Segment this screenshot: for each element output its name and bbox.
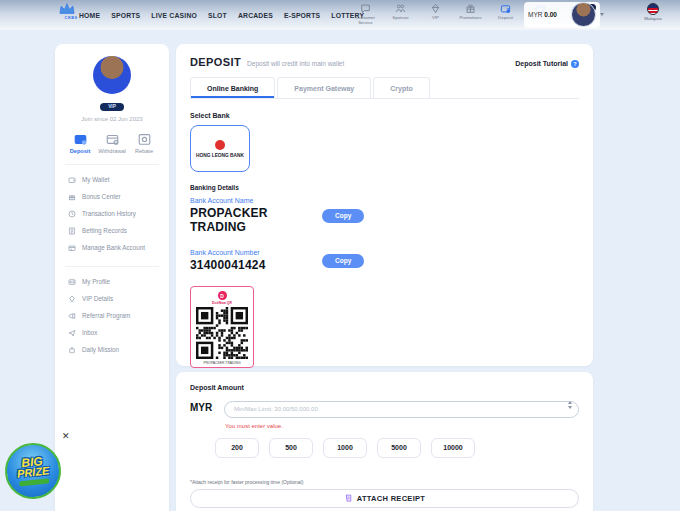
select-bank-label: Select Bank: [190, 112, 579, 119]
quick-amount-200[interactable]: 200: [215, 438, 259, 458]
diamond-icon: [68, 295, 76, 303]
deposit-card: DEPOSIT Deposit will credit into main wa…: [176, 44, 593, 366]
sidebar-action-deposit[interactable]: Deposit: [64, 132, 96, 154]
info-icon: ?: [571, 60, 579, 68]
account-number-label: Bank Account Number: [190, 249, 322, 256]
copy-account-name-button[interactable]: Copy: [322, 209, 364, 223]
qr-caption: PROPACKER TRADING: [203, 361, 240, 365]
nav-home[interactable]: HOME: [79, 12, 100, 19]
quick-amount-1000[interactable]: 1000: [323, 438, 367, 458]
quick-amount-5000[interactable]: 5000: [377, 438, 421, 458]
nav-esports[interactable]: E-SPORTS: [284, 12, 320, 19]
sidebar-item-inbox[interactable]: Inbox: [55, 324, 169, 341]
sponsor-button[interactable]: Sponsor: [387, 3, 414, 25]
deposit-amount-label: Deposit Amount: [190, 384, 579, 391]
step-up-icon: [568, 401, 572, 404]
sidebar-action-withdrawal[interactable]: Withdrawal: [96, 132, 128, 154]
bank-name: HONG LEONG BANK: [196, 153, 244, 158]
deposit-tabs: Online Banking Payment Gateway Crypto: [190, 77, 579, 99]
account-name-label: Bank Account Name: [190, 197, 322, 204]
quick-amount-500[interactable]: 500: [269, 438, 313, 458]
currency-label: MYR: [190, 402, 216, 413]
crown-icon: [58, 2, 76, 15]
sidebar-item-betting-records[interactable]: Betting Records: [55, 222, 169, 239]
gift-icon: [465, 3, 476, 14]
join-date: Join since 02 Jun 2023: [55, 116, 169, 122]
qr-code: [196, 307, 248, 359]
divider: [65, 266, 159, 267]
sidebar-item-transaction-history[interactable]: Transaction History: [55, 205, 169, 222]
diamond-icon: [430, 3, 441, 14]
tab-payment-gateway[interactable]: Payment Gateway: [277, 77, 371, 98]
paper-plane-icon: [68, 329, 76, 337]
wallet-icon: [68, 176, 76, 184]
sidebar-item-my-profile[interactable]: My Profile: [55, 273, 169, 290]
vip-badge-profile: VIP: [100, 103, 124, 111]
bank-logo-icon: [215, 140, 225, 150]
step-down-icon: [568, 406, 572, 409]
promo-ribbon: [19, 479, 49, 487]
card-edit-icon: [68, 244, 76, 252]
promotions-button[interactable]: Promotions: [457, 3, 484, 25]
account-number-row: Bank Account Number 31400041424 Copy: [190, 249, 579, 272]
banking-details-label: Banking Details: [190, 184, 579, 191]
sidebar-menu-group-1: My Wallet Bonus Center Transaction Histo…: [55, 171, 169, 256]
nav-live-casino[interactable]: LIVE CASINO: [151, 12, 197, 19]
tab-online-banking[interactable]: Online Banking: [190, 77, 275, 98]
quick-amounts: 200 500 1000 5000 10000: [215, 438, 579, 458]
document-icon: [68, 227, 76, 235]
vip-button[interactable]: VIP: [422, 3, 449, 25]
amount-stepper[interactable]: [568, 401, 572, 409]
divider: [65, 164, 159, 165]
page-title: DEPOSIT: [190, 56, 241, 68]
user-avatar[interactable]: [571, 2, 596, 27]
mission-bag-icon: [68, 346, 76, 354]
sidebar-menu-group-2: My Profile VIP Details Referral Program …: [55, 273, 169, 358]
duitnow-brand-text: DuitNow QR: [212, 301, 232, 305]
profile-sidebar: VIP Join since 02 Jun 2023 Deposit Withd…: [55, 44, 169, 511]
sidebar-item-vip-details[interactable]: VIP Details: [55, 290, 169, 307]
account-name-value: PROPACKER TRADING: [190, 206, 322, 234]
chat-icon: [360, 3, 371, 14]
megaphone-icon: [68, 312, 76, 320]
wallet-icon: [73, 132, 88, 146]
main-nav: HOME SPORTS LIVE CASINO SLOT ARCADES E-S…: [79, 0, 364, 30]
receipt-icon: [344, 494, 353, 503]
avatar-dropdown-caret-icon[interactable]: [600, 13, 604, 16]
sidebar-item-referral-program[interactable]: Referral Program: [55, 307, 169, 324]
top-navbar: CKB9 HOME SPORTS LIVE CASINO SLOT ARCADE…: [0, 0, 680, 30]
amount-error-message: You must enter value.: [225, 423, 579, 429]
duitnow-qr-card: D DuitNow QR PROPACKER TRADING: [190, 286, 254, 368]
deposit-amount-input[interactable]: [224, 401, 579, 418]
promo-close-button[interactable]: ✕: [62, 431, 70, 441]
rebate-icon: [137, 132, 152, 146]
sidebar-action-rebate[interactable]: Rebate: [128, 132, 160, 154]
history-icon: [68, 210, 76, 218]
quick-amount-10000[interactable]: 10000: [431, 438, 475, 458]
nav-sports[interactable]: SPORTS: [111, 12, 140, 19]
deposit-amount-card: Deposit Amount MYR You must enter value.…: [176, 372, 593, 511]
sidebar-quick-actions: Deposit Withdrawal Rebate: [55, 132, 169, 154]
nav-arcades[interactable]: ARCADES: [238, 12, 273, 19]
sidebar-item-bonus-center[interactable]: Bonus Center: [55, 188, 169, 205]
malaysia-flag-icon: [647, 3, 659, 15]
profile-avatar[interactable]: [93, 56, 131, 94]
sidebar-item-manage-bank-account[interactable]: Manage Bank Account: [55, 239, 169, 256]
account-name-row: Bank Account Name PROPACKER TRADING Copy: [190, 197, 579, 234]
attach-receipt-note: *Attach receipt for faster processing ti…: [190, 479, 579, 485]
customer-service-button[interactable]: Customer Service: [352, 3, 379, 25]
page-subtitle: Deposit will credit into main wallet: [247, 60, 344, 67]
nav-slot[interactable]: SLOT: [208, 12, 227, 19]
sidebar-item-my-wallet[interactable]: My Wallet: [55, 171, 169, 188]
deposit-tutorial-link[interactable]: Deposit Tutorial ?: [515, 60, 579, 68]
tab-crypto[interactable]: Crypto: [373, 77, 430, 98]
bank-option-hong-leong[interactable]: HONG LEONG BANK: [190, 125, 250, 172]
wallet-icon: [500, 3, 511, 14]
gift-icon: [68, 193, 76, 201]
account-number-value: 31400041424: [190, 258, 322, 272]
sidebar-item-daily-mission[interactable]: Daily Mission: [55, 341, 169, 358]
copy-account-number-button[interactable]: Copy: [322, 254, 364, 268]
language-selector[interactable]: Malaysia: [638, 3, 668, 21]
deposit-button[interactable]: Deposit: [492, 3, 519, 25]
attach-receipt-button[interactable]: ATTACH RECEIPT: [190, 489, 579, 508]
